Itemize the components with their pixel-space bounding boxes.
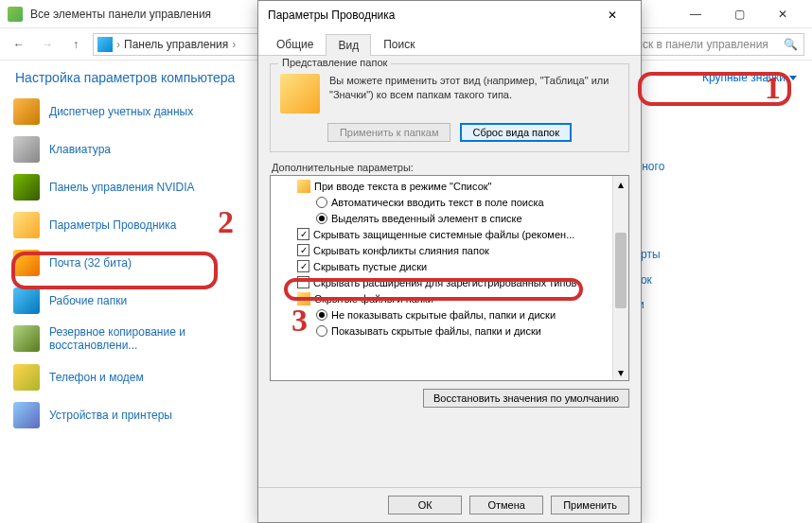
cp-item-icon xyxy=(13,364,40,391)
radio[interactable] xyxy=(316,197,327,208)
tree-row-label: Скрывать пустые диски xyxy=(313,261,427,272)
search-placeholder: Поиск в панели управления xyxy=(622,38,768,51)
apply-button[interactable]: Применить xyxy=(551,496,629,514)
viewby-dropdown[interactable]: Крупные значки xyxy=(702,71,797,84)
advanced-label: Дополнительные параметры: xyxy=(272,162,629,173)
cp-item[interactable]: Параметры Проводника xyxy=(6,206,246,244)
dialog-footer: ОК Отмена Применить xyxy=(258,487,641,522)
cp-item-list-left: Диспетчер учетных данныхКлавиатураПанель… xyxy=(0,89,246,438)
cp-item-icon xyxy=(13,402,40,428)
cp-item-label: Почта (32 бита) xyxy=(49,256,132,270)
cp-item[interactable]: Рабочие папки xyxy=(6,282,246,320)
minimize-button[interactable]: — xyxy=(674,0,717,28)
tree-row[interactable]: Скрытые файлы и папки xyxy=(271,290,628,306)
cp-item-label: Телефон и модем xyxy=(49,371,144,384)
dialog-close-button[interactable]: ✕ xyxy=(593,1,631,29)
tree-row[interactable]: Скрывать защищенные системные файлы (рек… xyxy=(271,226,628,242)
tree-row[interactable]: Скрывать конфликты слияния папок xyxy=(271,242,628,258)
cp-item[interactable]: Устройства и принтеры xyxy=(6,396,246,434)
cp-item-icon xyxy=(13,98,40,125)
folder-view-text: Вы можете применить этот вид (например, … xyxy=(329,74,619,102)
restore-defaults-button[interactable]: Восстановить значения по умолчанию xyxy=(423,389,629,408)
cp-item[interactable]: Резервное копирование и восстановлени... xyxy=(6,320,246,358)
search-icon: 🔍 xyxy=(784,38,798,51)
checkbox[interactable] xyxy=(297,260,309,272)
tree-scrollbar[interactable]: ▴ ▾ xyxy=(612,176,628,380)
tree-row[interactable]: Скрывать пустые диски xyxy=(271,258,628,274)
tree-row-label: Не показывать скрытые файлы, папки и дис… xyxy=(331,309,556,321)
ok-button[interactable]: ОК xyxy=(388,496,462,514)
cp-item-icon xyxy=(13,325,40,352)
cp-item-icon xyxy=(13,136,40,163)
tree-row[interactable]: При вводе текста в режиме "Список" xyxy=(271,178,628,194)
tree-row-label: Выделять введенный элемент в списке xyxy=(331,213,522,224)
maximize-button[interactable]: ▢ xyxy=(717,0,761,28)
tree-row-label: При вводе текста в режиме "Список" xyxy=(314,181,491,192)
chevron-down-icon xyxy=(789,76,797,80)
tree-row[interactable]: Не показывать скрытые файлы, папки и дис… xyxy=(271,306,628,323)
tab-search[interactable]: Поиск xyxy=(371,33,427,55)
cp-item-label: Диспетчер учетных данных xyxy=(49,105,193,118)
dialog-title: Параметры Проводника xyxy=(268,9,593,22)
close-button[interactable]: ✕ xyxy=(761,0,804,28)
cp-item[interactable]: Панель управления NVIDIA xyxy=(6,168,246,206)
cp-item-icon xyxy=(13,288,40,314)
search-input[interactable]: Поиск в панели управления 🔍 xyxy=(615,33,804,56)
dialog-tabs: Общие Вид Поиск xyxy=(258,29,641,56)
cancel-button[interactable]: Отмена xyxy=(469,496,543,514)
checkbox[interactable] xyxy=(297,244,309,256)
folder-view-group: Представление папок Вы можете применить … xyxy=(270,63,629,152)
cp-item-icon xyxy=(13,212,40,238)
radio[interactable] xyxy=(316,309,327,321)
checkbox[interactable] xyxy=(297,228,309,240)
tree-row-label: Скрывать защищенные системные файлы (рек… xyxy=(313,229,574,240)
radio[interactable] xyxy=(316,325,327,337)
cp-item-label: Панель управления NVIDIA xyxy=(49,181,195,194)
control-panel-icon xyxy=(97,37,113,52)
reset-folders-button[interactable]: Сброс вида папок xyxy=(460,123,572,142)
folder-view-icon xyxy=(280,74,320,113)
cp-item-label: Клавиатура xyxy=(49,143,111,156)
cp-item-label: Рабочие папки xyxy=(49,294,127,307)
tree-row-label: Скрывать расширения для зарегистрированн… xyxy=(313,277,576,288)
up-button[interactable]: ↑ xyxy=(64,33,87,56)
tree-row-label: Показывать скрытые файлы, папки и диски xyxy=(331,325,541,337)
app-icon xyxy=(8,7,23,22)
scroll-up-icon[interactable]: ▴ xyxy=(613,176,628,192)
cp-item-icon xyxy=(13,250,40,276)
cp-item-icon xyxy=(13,174,40,200)
tree-row-label: Автоматически вводить текст в поле поиск… xyxy=(331,197,544,208)
viewby-value: Крупные значки xyxy=(702,71,786,84)
cp-item-label: Параметры Проводника xyxy=(49,218,176,232)
checkbox[interactable] xyxy=(297,276,309,288)
explorer-options-dialog: Параметры Проводника ✕ Общие Вид Поиск П… xyxy=(257,0,642,523)
cp-item-label: Устройства и принтеры xyxy=(49,409,172,422)
scroll-thumb[interactable] xyxy=(615,233,627,308)
cp-item[interactable]: Клавиатура xyxy=(6,131,246,168)
tree-row[interactable]: Выделять введенный элемент в списке xyxy=(271,210,628,226)
folder-view-legend: Представление папок xyxy=(278,57,391,68)
apply-to-folders-button[interactable]: Применить к папкам xyxy=(327,123,451,142)
back-button[interactable]: ← xyxy=(8,33,30,56)
advanced-tree: При вводе текста в режиме "Список"Автома… xyxy=(270,175,629,381)
cp-item-label: Резервное копирование и восстановлени... xyxy=(49,325,238,353)
folder-icon xyxy=(297,180,310,193)
scroll-down-icon[interactable]: ▾ xyxy=(613,364,628,380)
tree-row[interactable]: Показывать скрытые файлы, папки и диски xyxy=(271,323,628,339)
page-heading: Настройка параметров компьютера xyxy=(15,70,235,85)
breadcrumb-label: Панель управления xyxy=(124,38,228,51)
tree-row-label: Скрывать конфликты слияния папок xyxy=(313,245,489,256)
folder-icon xyxy=(297,292,310,305)
radio[interactable] xyxy=(316,213,327,224)
tree-row[interactable]: Автоматически вводить текст в поле поиск… xyxy=(271,194,628,210)
cp-item[interactable]: Почта (32 бита) xyxy=(6,244,246,282)
dialog-titlebar: Параметры Проводника ✕ xyxy=(258,1,641,29)
forward-button[interactable]: → xyxy=(36,33,59,56)
cp-item[interactable]: Диспетчер учетных данных xyxy=(6,93,246,131)
tab-view[interactable]: Вид xyxy=(326,34,371,56)
tree-row-label: Скрытые файлы и папки xyxy=(314,293,433,305)
tree-row[interactable]: Скрывать расширения для зарегистрированн… xyxy=(271,274,628,290)
tab-general[interactable]: Общие xyxy=(264,33,326,55)
cp-item[interactable]: Телефон и модем xyxy=(6,358,246,396)
